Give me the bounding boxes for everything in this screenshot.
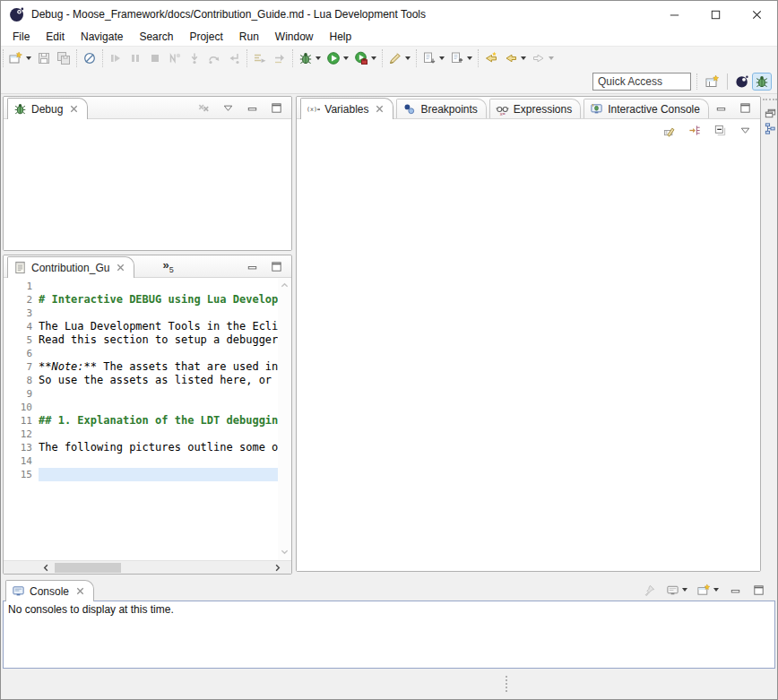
close-icon[interactable]	[116, 263, 125, 272]
code-line[interactable]: The following pictures outline some o	[39, 441, 278, 454]
view-menu-icon	[739, 124, 752, 137]
run-external-tools-button[interactable]	[352, 50, 378, 66]
code-line[interactable]	[39, 280, 278, 293]
debug-button[interactable]	[297, 50, 323, 66]
minimize-button[interactable]	[727, 583, 744, 598]
scroll-up-icon[interactable]	[281, 280, 289, 292]
tab-debug[interactable]: Debug	[7, 98, 88, 119]
skip-breakpoints-icon	[82, 51, 97, 65]
dropdown-arrow-icon[interactable]	[467, 56, 472, 60]
lua-perspective-button[interactable]	[733, 73, 751, 90]
code-line[interactable]	[39, 347, 278, 360]
show-type-names-button[interactable]	[661, 123, 679, 138]
code-line[interactable]: The Lua Development Tools in the Ecli	[39, 320, 278, 333]
minimize-button[interactable]	[244, 100, 261, 116]
collapse-all-button[interactable]	[712, 123, 729, 138]
skip-all-breakpoints-button[interactable]	[81, 50, 99, 66]
open-perspective-button[interactable]	[704, 73, 722, 90]
last-edit-location-button[interactable]	[482, 50, 500, 66]
status-drag-handle[interactable]	[506, 676, 507, 692]
annotation-ruler	[4, 468, 15, 481]
new-button[interactable]	[7, 50, 33, 66]
tab-expressions[interactable]: x=Expressions	[489, 99, 581, 118]
display-selected-console-button[interactable]	[664, 583, 689, 598]
dropdown-arrow-icon[interactable]	[343, 56, 349, 60]
code-line[interactable]: # Interactive DEBUG using Lua Develop	[39, 293, 278, 307]
dropdown-arrow-icon[interactable]	[682, 588, 687, 592]
window-close-button[interactable]	[736, 1, 777, 28]
menu-file[interactable]: File	[4, 29, 38, 45]
current-line[interactable]	[39, 468, 278, 481]
code-line[interactable]	[39, 428, 278, 441]
tab-contribution-guide[interactable]: Contribution_Gu	[7, 256, 134, 278]
next-annotation-button[interactable]	[420, 50, 446, 66]
minimize-button[interactable]	[713, 100, 730, 116]
view-menu-button[interactable]	[220, 100, 237, 116]
display-console-icon	[666, 583, 679, 597]
editor-vertical-scrollbar[interactable]	[278, 278, 291, 560]
menu-project[interactable]: Project	[181, 29, 230, 45]
menu-help[interactable]: Help	[322, 29, 360, 45]
dropdown-arrow-icon[interactable]	[371, 56, 376, 60]
scroll-down-icon[interactable]	[281, 546, 289, 558]
outline-view-button[interactable]	[762, 121, 778, 136]
drag-handle[interactable]	[763, 99, 777, 101]
back-button[interactable]	[502, 50, 528, 66]
code-segment: Read this section to setup a debugger	[39, 333, 278, 346]
console-output: No consoles to display at this time.	[3, 601, 775, 669]
menu-search[interactable]: Search	[131, 29, 181, 45]
maximize-button[interactable]	[750, 583, 767, 598]
menu-edit[interactable]: Edit	[38, 29, 73, 45]
dropdown-arrow-icon[interactable]	[405, 56, 411, 60]
tab-variables[interactable]: (x)=Variables	[300, 98, 393, 119]
dropdown-arrow-icon[interactable]	[713, 588, 719, 592]
code-line[interactable]: So use the assets as listed here, or	[39, 374, 278, 387]
maximize-button[interactable]	[268, 259, 285, 274]
maximize-button[interactable]	[268, 100, 285, 116]
menu-window[interactable]: Window	[267, 29, 322, 45]
restore-minimized-view-button[interactable]	[762, 106, 778, 121]
run-button[interactable]	[324, 50, 350, 66]
tab-console[interactable]: Console	[5, 580, 94, 601]
show-logical-structures-button[interactable]	[687, 123, 704, 138]
window-maximize-button[interactable]	[695, 1, 736, 28]
editor-text-area[interactable]: 12# Interactive DEBUG using Lua Develop3…	[4, 278, 278, 560]
dropdown-arrow-icon[interactable]	[521, 56, 526, 60]
minimize-button[interactable]	[244, 259, 261, 274]
dropdown-arrow-icon[interactable]	[439, 56, 445, 60]
close-icon[interactable]	[69, 104, 79, 114]
previous-annotation-button[interactable]	[448, 50, 474, 66]
dropdown-arrow-icon[interactable]	[26, 56, 31, 60]
tab-breakpoints[interactable]: Breakpoints	[396, 99, 486, 118]
close-icon[interactable]	[75, 586, 85, 596]
window-minimize-button[interactable]	[653, 1, 695, 28]
quick-access-input[interactable]	[592, 73, 691, 91]
open-console-button[interactable]	[696, 583, 721, 598]
dropdown-arrow-icon[interactable]	[549, 56, 554, 60]
tab-interactive-console[interactable]: Interactive Console	[584, 99, 709, 118]
debug-perspective-button[interactable]	[753, 73, 771, 90]
maximize-view-icon	[739, 101, 752, 115]
variables-icon: (x)=	[307, 102, 320, 116]
code-line[interactable]	[39, 401, 278, 414]
scroll-left-icon[interactable]	[39, 564, 53, 572]
view-menu-button[interactable]	[737, 123, 754, 138]
code-line[interactable]	[39, 454, 278, 468]
dropdown-arrow-icon[interactable]	[316, 56, 321, 60]
code-line[interactable]	[39, 387, 278, 401]
close-icon[interactable]	[375, 104, 385, 114]
minimize-view-icon	[246, 260, 259, 273]
maximize-button[interactable]	[737, 100, 754, 116]
code-line[interactable]: Read this section to setup a debugger	[39, 333, 278, 347]
open-task-button[interactable]	[386, 50, 412, 66]
code-line[interactable]	[39, 307, 278, 320]
menu-run[interactable]: Run	[231, 29, 267, 45]
editor-overflow-chevron[interactable]: »5	[162, 258, 173, 274]
last-edit-location-icon	[484, 51, 498, 65]
code-line[interactable]: ## 1. Explanation of the LDT debuggin	[39, 414, 278, 428]
menu-navigate[interactable]: Navigate	[73, 29, 131, 45]
editor-horizontal-scrollbar[interactable]	[4, 560, 291, 574]
scroll-right-icon[interactable]	[271, 564, 284, 572]
scrollbar-thumb[interactable]	[55, 563, 121, 573]
code-line[interactable]: **Note:** The assets that are used in	[39, 360, 278, 374]
